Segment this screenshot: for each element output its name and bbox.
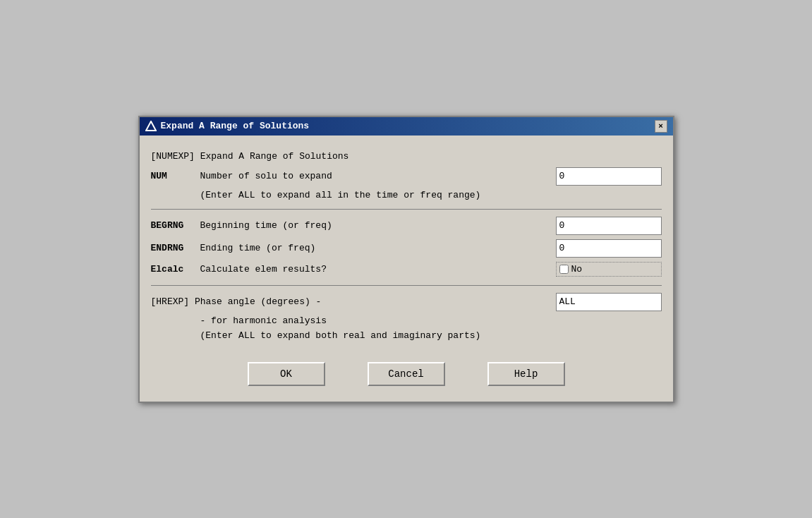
window-title: Expand A Range of Solutions [161, 121, 310, 131]
dialog-window: Expand A Range of Solutions × [NUMEXP] E… [138, 116, 674, 403]
help-button[interactable]: Help [487, 362, 565, 386]
numexp-header: [NUMEXP] Expand A Range of Solutions [151, 151, 662, 162]
endrng-field-row: ENDRNG Ending time (or freq) [151, 239, 662, 258]
svg-marker-0 [146, 121, 156, 131]
elcalc-checkbox-container: No [556, 262, 662, 277]
begrng-field-row: BEGRNG Beginning time (or freq) [151, 217, 662, 235]
title-bar-left: Expand A Range of Solutions [145, 121, 310, 132]
begrng-key-label: BEGRNG [151, 220, 200, 231]
hrexp-line2: - for harmonic analysis [200, 315, 662, 326]
hrexp-hint: (Enter ALL to expand both real and imagi… [200, 330, 662, 341]
button-row: OK Cancel Help [151, 349, 662, 393]
numexp-section: [NUMEXP] Expand A Range of Solutions NUM… [151, 144, 662, 210]
num-input[interactable] [556, 167, 662, 186]
endrng-key-label: ENDRNG [151, 243, 200, 253]
ok-button[interactable]: OK [248, 362, 325, 386]
elcalc-key-label: Elcalc [151, 264, 200, 275]
range-section: BEGRNG Beginning time (or freq) ENDRNG E… [151, 210, 662, 286]
hrexp-section: [HREXP] Phase angle (degrees) - - for ha… [151, 286, 662, 349]
title-bar: Expand A Range of Solutions × [140, 117, 673, 135]
num-field-row: NUM Number of solu to expand [151, 167, 662, 186]
close-button[interactable]: × [655, 120, 667, 133]
ansys-icon [145, 121, 157, 132]
num-desc-label: Number of solu to expand [200, 171, 556, 181]
endrng-desc-label: Ending time (or freq) [200, 243, 556, 253]
elcalc-dropdown[interactable]: No [571, 264, 583, 275]
num-key-label: NUM [151, 171, 200, 181]
hrexp-header-row: [HREXP] Phase angle (degrees) - [151, 293, 662, 311]
elcalc-desc-label: Calculate elem results? [200, 264, 556, 275]
begrng-input[interactable] [556, 217, 662, 235]
hrexp-header: [HREXP] Phase angle (degrees) - [151, 296, 556, 307]
num-hint: (Enter ALL to expand all in the time or … [200, 190, 662, 200]
phase-input[interactable] [556, 293, 662, 311]
begrng-desc-label: Beginning time (or freq) [200, 220, 556, 231]
cancel-button[interactable]: Cancel [368, 362, 445, 386]
dialog-body: [NUMEXP] Expand A Range of Solutions NUM… [140, 135, 673, 402]
elcalc-field-row: Elcalc Calculate elem results? No [151, 262, 662, 277]
elcalc-checkbox[interactable] [559, 265, 569, 274]
endrng-input[interactable] [556, 239, 662, 258]
